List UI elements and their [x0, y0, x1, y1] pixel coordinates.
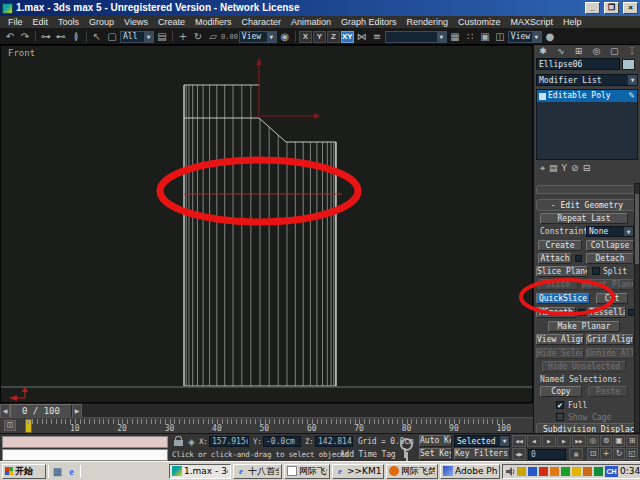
previous-frame-button[interactable]: ◀ [527, 435, 541, 447]
zoom-extents-all-icon[interactable]: ⊞ [626, 435, 638, 447]
task-button-5[interactable]: Adobe Phot... [440, 464, 500, 479]
current-frame-field[interactable]: 0 [528, 449, 566, 460]
modify-tab-icon[interactable]: ∿ [552, 45, 570, 57]
scale-percent-field[interactable]: 0.00 [221, 30, 238, 44]
attach-button[interactable]: Attach [538, 253, 572, 264]
select-and-scale-icon[interactable]: ▱ [206, 30, 220, 44]
use-pivot-point-center-icon[interactable]: ◉ [278, 30, 292, 44]
menu-file[interactable]: File [3, 16, 28, 29]
tray-icon-1[interactable] [528, 467, 537, 476]
chevron-down-icon[interactable]: ▼ [144, 32, 153, 42]
chevron-down-icon[interactable]: ▼ [628, 75, 637, 85]
grid-align-button[interactable]: Grid Align [586, 334, 634, 345]
next-frame-button[interactable]: ▶ [557, 435, 571, 447]
selection-lock-icon[interactable] [174, 440, 183, 446]
task-button-2[interactable]: 网际飞鸽 V1.3... [284, 464, 330, 479]
bind-to-space-warp-icon[interactable]: ≬ [69, 30, 83, 44]
viewport-label[interactable]: Front [8, 48, 35, 58]
menu-rendering[interactable]: Rendering [402, 16, 454, 29]
object-color-swatch[interactable] [622, 59, 635, 70]
restrict-y-button[interactable]: Y [313, 31, 326, 43]
create-tab-icon[interactable]: ✱ [534, 45, 552, 57]
select-and-move-icon[interactable]: + [176, 30, 190, 44]
menu-views[interactable]: Views [119, 16, 153, 29]
menu-group[interactable]: Group [84, 16, 119, 29]
time-configuration-button[interactable]: ▦ [569, 448, 583, 460]
msmooth-settings-box[interactable] [578, 309, 585, 316]
key-mode-toggle-button[interactable]: ◀▶ [512, 448, 526, 460]
tray-icon-3[interactable] [550, 467, 559, 476]
min-max-toggle-icon[interactable]: ◱ [626, 448, 638, 460]
tessellate-button[interactable]: Tessellate [588, 307, 626, 318]
front-viewport[interactable]: Front [0, 45, 533, 403]
task-button-3[interactable]: e>>KM169.... [332, 464, 384, 479]
restore-button[interactable]: ❐ [604, 2, 619, 14]
edit-geometry-rollout-header[interactable]: - Edit Geometry [536, 199, 638, 211]
minimize-button[interactable]: _ [585, 2, 600, 14]
utilities-tab-icon[interactable]: ⌶ [623, 45, 640, 57]
full-interactivity-checkbox[interactable]: ✔ [556, 401, 564, 409]
select-object-icon[interactable]: ↖ [90, 30, 104, 44]
unlink-selection-icon[interactable]: ⊷ [54, 30, 68, 44]
start-button[interactable]: 开始 [2, 464, 46, 479]
repeat-last-button[interactable]: Repeat Last [540, 213, 628, 224]
configure-modifier-sets-icon[interactable]: ⊟ [583, 161, 591, 175]
modifier-stack[interactable]: Editable Poly ✎ [536, 89, 638, 160]
set-keys-key-icon[interactable] [396, 437, 414, 459]
named-selection-sets-dropdown[interactable]: ▼ [385, 31, 447, 43]
task-button-1[interactable]: e十八首全... [233, 464, 282, 479]
key-filters-button[interactable]: Key Filters... [454, 448, 510, 460]
view-align-button[interactable]: View Align [536, 334, 584, 345]
motion-tab-icon[interactable]: ◎ [587, 45, 605, 57]
menu-animation[interactable]: Animation [286, 16, 336, 29]
make-planar-button[interactable]: Make Planar [548, 321, 620, 332]
arc-rotate-icon[interactable]: ↻ [613, 448, 625, 460]
go-to-end-button[interactable]: ▶▶ [572, 435, 586, 447]
coord-y-field[interactable]: -0.0cm [263, 436, 301, 447]
display-tab-icon[interactable]: ▢ [605, 45, 623, 57]
time-slider-button[interactable]: 0 / 100 [10, 404, 72, 418]
maxscript-mini-listener-white[interactable] [2, 449, 168, 461]
attach-settings-box[interactable] [575, 255, 582, 262]
restrict-x-button[interactable]: X [299, 31, 312, 43]
language-indicator[interactable]: CH [605, 466, 618, 477]
menu-help[interactable]: Help [558, 16, 587, 29]
quick-render-icon[interactable]: ● [543, 30, 557, 44]
menu-customize[interactable]: Customize [453, 16, 506, 29]
next-frame-arrow[interactable]: ▶ [72, 404, 82, 418]
add-time-tag[interactable]: Add Time Tag [340, 449, 395, 461]
go-to-start-button[interactable]: ◀◀ [512, 435, 526, 447]
split-checkbox[interactable] [592, 267, 600, 275]
panel-scrollbar[interactable] [634, 183, 640, 433]
select-and-rotate-icon[interactable]: ↻ [191, 30, 205, 44]
set-key-button[interactable]: Set Key [419, 448, 452, 460]
task-button-4[interactable]: 网际飞鸽... [386, 464, 438, 479]
maxscript-mini-listener-pink[interactable] [2, 436, 168, 448]
zoom-all-icon[interactable]: ⊚ [600, 435, 612, 447]
modifier-list-dropdown[interactable]: Modifier List ▼ [536, 74, 638, 86]
object-name-field[interactable]: Ellipse06 [536, 58, 620, 70]
tray-icon-4[interactable] [561, 467, 570, 476]
volume-icon[interactable] [506, 467, 515, 476]
tray-icon-2[interactable] [539, 467, 548, 476]
close-button[interactable]: × [623, 2, 638, 14]
render-type-dropdown[interactable]: View▼ [508, 31, 542, 43]
coord-z-field[interactable]: 142.814 [315, 436, 353, 447]
pan-icon[interactable]: + [600, 448, 612, 460]
reference-coordinate-system-dropdown[interactable]: View▼ [239, 31, 277, 43]
rectangular-selection-region-icon[interactable]: ▢ [105, 30, 119, 44]
auto-key-button[interactable]: Auto Key [419, 435, 452, 447]
time-slider-track[interactable] [82, 404, 533, 417]
region-zoom-icon[interactable]: ⊡ [587, 448, 599, 460]
zoom-extents-icon[interactable]: ▣ [613, 435, 625, 447]
current-frame-marker[interactable] [25, 419, 32, 433]
zoom-icon[interactable]: ◎ [587, 435, 599, 447]
chevron-down-icon[interactable]: ▼ [624, 227, 633, 236]
select-by-name-icon[interactable]: ▤ [155, 30, 169, 44]
coord-x-field[interactable]: 157.915c [209, 436, 249, 447]
collapse-button[interactable]: Collapse [586, 240, 634, 251]
chevron-down-icon[interactable]: ▼ [437, 32, 446, 42]
menu-edit[interactable]: Edit [28, 16, 54, 29]
mirror-icon[interactable]: ⋈ [355, 30, 369, 44]
menu-create[interactable]: Create [153, 16, 190, 29]
